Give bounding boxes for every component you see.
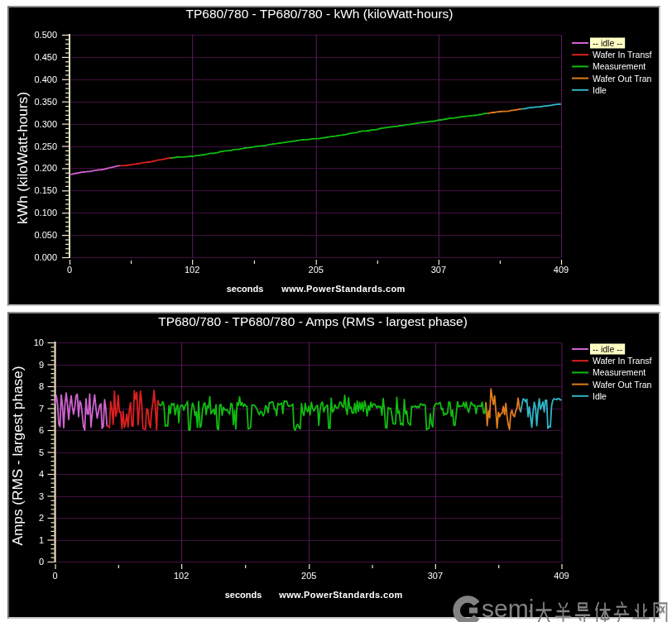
y-tick-label: 0.100	[34, 208, 57, 218]
series-segment	[107, 390, 159, 430]
y-tick-label: 7	[39, 404, 44, 414]
series-segment	[120, 158, 170, 165]
amps-chart-panel: 0123456789100102205307409TP680/780 - TP6…	[7, 312, 660, 619]
legend-label: -- idle --	[593, 344, 623, 354]
legend-label: Idle	[593, 391, 607, 401]
y-tick-label: 0.050	[34, 230, 57, 240]
y-tick-label: 4	[39, 469, 44, 479]
kwh-chart-panel: 0.0000.0500.1000.1500.2000.2500.3000.350…	[7, 6, 660, 306]
legend-label: -- idle --	[593, 38, 623, 48]
y-tick-label: 8	[39, 381, 44, 391]
x-tick-label: 102	[174, 571, 189, 581]
legend-label: Idle	[593, 85, 607, 95]
cjk-stroke	[661, 607, 665, 613]
y-tick-label: 2	[39, 513, 44, 523]
kwh-chart: 0.0000.0500.1000.1500.2000.2500.3000.350…	[9, 7, 659, 304]
series-segment	[521, 104, 561, 109]
x-tick-label: 307	[431, 265, 446, 275]
y-tick-label: 0.500	[34, 30, 57, 40]
y-tick-label: 0.200	[34, 163, 57, 173]
legend-label: Wafer In Transf	[593, 356, 651, 366]
cjk-stroke	[661, 607, 665, 613]
x-tick-label: 0	[52, 571, 57, 581]
x-tick-label: 102	[185, 265, 199, 275]
y-axis-title: kWh (kiloWatt-hours)	[14, 92, 31, 224]
footer-brand: www.PowerStandards.com	[281, 284, 406, 294]
x-tick-label: 409	[554, 265, 569, 275]
y-tick-label: 9	[39, 360, 44, 370]
legend-label: Wafer Out Tran	[593, 74, 652, 84]
x-tick-label: 307	[428, 571, 443, 581]
y-tick-label: 0.150	[34, 185, 57, 195]
footer-brand: www.PowerStandards.com	[278, 590, 403, 600]
y-tick-label: 3	[39, 491, 44, 501]
series-segment	[487, 109, 521, 113]
chart-title: TP680/780 - TP680/780 - Amps (RMS - larg…	[158, 314, 468, 328]
y-tick-label: 0.400	[34, 74, 57, 84]
legend-label: Measurement	[593, 61, 646, 71]
x-axis-title: seconds	[227, 284, 264, 294]
x-tick-label: 409	[554, 571, 569, 581]
y-tick-label: 0.350	[34, 97, 57, 107]
page: {"page":{"background":"#ffffff","panel_b…	[0, 0, 672, 622]
y-tick-label: 0.000	[34, 252, 57, 262]
y-tick-label: 1	[39, 535, 44, 545]
x-tick-label: 0	[67, 265, 72, 275]
amps-chart: 0123456789100102205307409TP680/780 - TP6…	[9, 313, 659, 617]
y-tick-label: 6	[39, 425, 44, 435]
y-tick-label: 0	[39, 557, 44, 567]
chart-title: TP680/780 - TP680/780 - kWh (kiloWatt-ho…	[185, 7, 453, 21]
x-tick-label: 205	[309, 265, 324, 275]
legend-label: Measurement	[593, 367, 646, 377]
series-segment	[55, 393, 108, 430]
x-tick-label: 205	[301, 571, 316, 581]
legend-label: Wafer In Transf	[593, 50, 651, 60]
legend-label: Wafer Out Tran	[593, 380, 652, 390]
series-segment	[521, 399, 561, 428]
y-tick-label: 0.250	[34, 141, 57, 151]
series-segment	[159, 395, 486, 430]
y-tick-label: 0.450	[34, 52, 57, 62]
y-axis-title: Amps (RMS - largest phase)	[9, 366, 26, 546]
y-tick-label: 5	[39, 447, 44, 457]
x-axis-title: seconds	[225, 590, 262, 600]
series-segment	[70, 165, 120, 175]
y-tick-label: 10	[34, 337, 44, 347]
y-tick-label: 0.300	[34, 119, 57, 129]
series-segment	[170, 113, 487, 158]
